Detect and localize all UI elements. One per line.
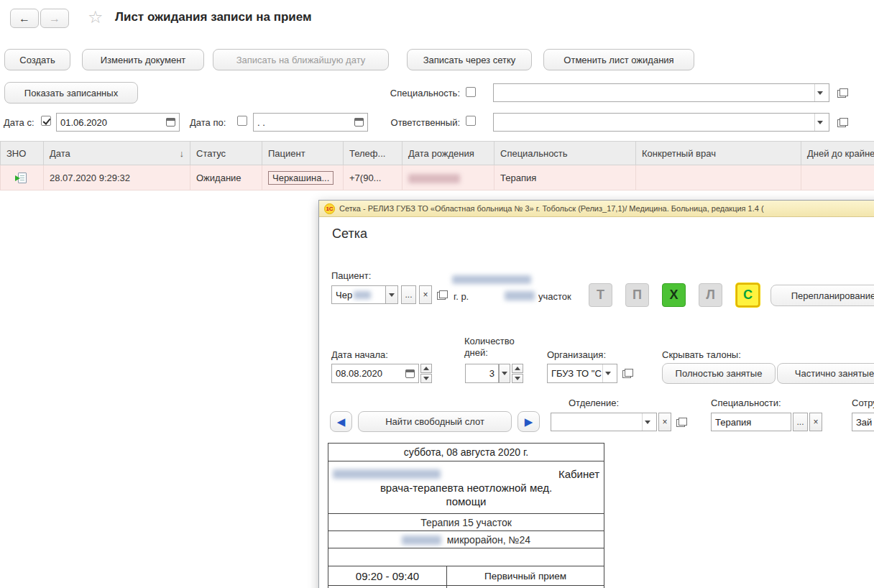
- department-clear-button[interactable]: ×: [658, 413, 671, 431]
- organization-open-button[interactable]: [620, 367, 635, 380]
- column-header-doctor[interactable]: Конкретный врач: [636, 142, 801, 165]
- forward-button[interactable]: →: [40, 9, 69, 28]
- book-nearest-date-button[interactable]: Записать на ближайшую дату: [213, 49, 389, 70]
- table-row[interactable]: 28.07.2020 9:29:32 Ожидание Черкашина...…: [1, 165, 874, 190]
- replanning-button[interactable]: Перепланирование: [770, 285, 874, 306]
- column-header-phone[interactable]: Телеф...: [344, 142, 402, 165]
- cell-phone[interactable]: +7(90...: [344, 165, 402, 190]
- hide-fully-occupied-button[interactable]: Полностью занятые: [662, 363, 776, 384]
- schedule-grid: суббота, 08 августа 2020 г. Кабинет врач…: [328, 443, 604, 588]
- start-date-value: 08.08.2020: [336, 368, 382, 379]
- tool-button-p[interactable]: П: [625, 283, 649, 307]
- edit-document-button[interactable]: Изменить документ: [82, 49, 204, 70]
- calendar-icon[interactable]: [166, 118, 175, 127]
- patient-input[interactable]: Чер: [331, 285, 386, 304]
- cell-date[interactable]: 28.07.2020 9:29:32: [44, 165, 190, 190]
- cell-patient[interactable]: Черкашина...: [262, 165, 344, 190]
- specialty-combo-dropdown-icon[interactable]: [814, 84, 825, 101]
- cabinet-line3: помощи: [333, 495, 599, 508]
- tool-button-x[interactable]: X: [662, 283, 686, 307]
- column-header-zno[interactable]: ЗНО: [1, 142, 44, 165]
- favorite-star-icon[interactable]: ☆: [88, 7, 104, 27]
- organization-combo[interactable]: ГБУЗ ТО "С: [547, 364, 617, 383]
- slot-time-cell[interactable]: [328, 586, 447, 588]
- book-via-grid-button[interactable]: Записать через сетку: [407, 49, 532, 70]
- responsible-combo-dropdown-icon[interactable]: [814, 114, 825, 131]
- specialty-open-button[interactable]: [835, 87, 850, 99]
- slot-type-cell[interactable]: [447, 586, 604, 588]
- hide-partially-occupied-button[interactable]: Частично занятые: [777, 363, 874, 384]
- refresh-button[interactable]: C: [736, 283, 760, 307]
- schedule-date-header: суббота, 08 августа 2020 г.: [328, 444, 604, 461]
- organization-label: Организация:: [547, 349, 606, 360]
- page-title: Лист ожидания записи на прием: [115, 10, 312, 24]
- date-from-input[interactable]: 01.06.2020: [56, 113, 180, 132]
- days-count-input[interactable]: 3: [465, 364, 499, 383]
- column-header-birthdate[interactable]: Дата рождения: [402, 142, 494, 165]
- cancel-waitlist-button[interactable]: Отменить лист ожидания: [543, 49, 694, 70]
- date-to-input[interactable]: . .: [253, 113, 368, 132]
- department-open-button[interactable]: [674, 416, 689, 428]
- tool-button-t[interactable]: Т: [589, 283, 612, 307]
- cell-doctor[interactable]: [636, 165, 801, 190]
- redacted-text: [354, 291, 371, 299]
- column-header-patient[interactable]: Пациент: [262, 142, 344, 165]
- back-button[interactable]: ←: [10, 9, 39, 28]
- patient-clear-button[interactable]: ×: [419, 285, 432, 304]
- start-date-input[interactable]: 08.08.2020: [331, 364, 419, 383]
- column-header-specialty[interactable]: Специальность: [494, 142, 636, 165]
- slot-type-cell[interactable]: Первичный прием: [447, 566, 604, 586]
- slot-time-cell[interactable]: 09:20 - 09:40: [328, 566, 447, 586]
- days-count-label: Количество дней:: [464, 336, 523, 359]
- spin-up-icon[interactable]: [512, 364, 523, 373]
- column-header-status[interactable]: Статус: [190, 142, 262, 165]
- department-dropdown-icon[interactable]: [642, 413, 653, 431]
- tool-button-l[interactable]: Л: [699, 283, 722, 307]
- specialties-clear-button[interactable]: ×: [809, 413, 822, 431]
- patient-open-button[interactable]: [435, 289, 449, 301]
- specialty-filter-combo[interactable]: [493, 83, 829, 102]
- next-day-button[interactable]: ▶: [518, 411, 540, 432]
- patient-value: Чер: [336, 290, 352, 300]
- days-count-value: 3: [489, 368, 494, 379]
- spin-up-icon[interactable]: [420, 364, 432, 373]
- cell-specialty[interactable]: Терапия: [494, 165, 636, 190]
- organization-dropdown-icon[interactable]: [602, 364, 613, 382]
- days-count-dropdown-button[interactable]: [499, 364, 510, 383]
- start-date-spinner[interactable]: [420, 364, 432, 383]
- responsible-open-button[interactable]: [835, 116, 850, 129]
- slot-row: 09:20 - 09:40 Первичный прием: [328, 566, 604, 586]
- open-window-icon: [676, 418, 687, 427]
- cell-status[interactable]: Ожидание: [190, 165, 262, 190]
- open-window-icon: [837, 118, 848, 127]
- specialty-filter-checkbox[interactable]: [466, 87, 476, 97]
- responsible-filter-checkbox[interactable]: [466, 116, 476, 126]
- employees-input[interactable]: Зай: [852, 413, 874, 431]
- calendar-icon[interactable]: [405, 369, 415, 378]
- responsible-filter-combo[interactable]: [493, 113, 829, 132]
- current-cell-box: Черкашина...: [268, 171, 334, 185]
- modal-title-bar[interactable]: 1С Сетка - РЕЛИЗ ГУБЗ ТО «Областная боль…: [319, 201, 874, 217]
- days-count-spinner[interactable]: [512, 364, 523, 383]
- create-button[interactable]: Создать: [4, 49, 70, 70]
- specialties-ellipsis-button[interactable]: ...: [793, 413, 808, 431]
- spin-down-icon[interactable]: [420, 374, 432, 383]
- patient-dropdown-button[interactable]: [385, 285, 398, 304]
- patient-ellipsis-button[interactable]: ...: [401, 285, 416, 304]
- find-free-slot-button[interactable]: Найти свободный слот: [358, 411, 512, 432]
- date-to-checkbox[interactable]: [237, 116, 247, 126]
- document-posted-icon: [18, 173, 27, 183]
- calendar-icon[interactable]: [354, 118, 364, 127]
- 1c-logo-icon: 1С: [324, 203, 335, 214]
- specialties-input[interactable]: Терапия: [711, 413, 791, 431]
- prev-day-button[interactable]: ◀: [330, 411, 352, 432]
- employees-value: Зай: [856, 417, 872, 428]
- column-header-days-left[interactable]: Дней до крайнего: [801, 142, 874, 165]
- date-from-checkbox[interactable]: [41, 116, 51, 126]
- show-booked-button[interactable]: Показать записанных: [4, 82, 138, 104]
- spin-down-icon[interactable]: [512, 374, 523, 383]
- cell-birthdate[interactable]: [402, 165, 494, 190]
- column-header-date[interactable]: Дата↓: [44, 142, 190, 165]
- department-combo[interactable]: [551, 413, 657, 431]
- cell-days-left[interactable]: [801, 165, 874, 190]
